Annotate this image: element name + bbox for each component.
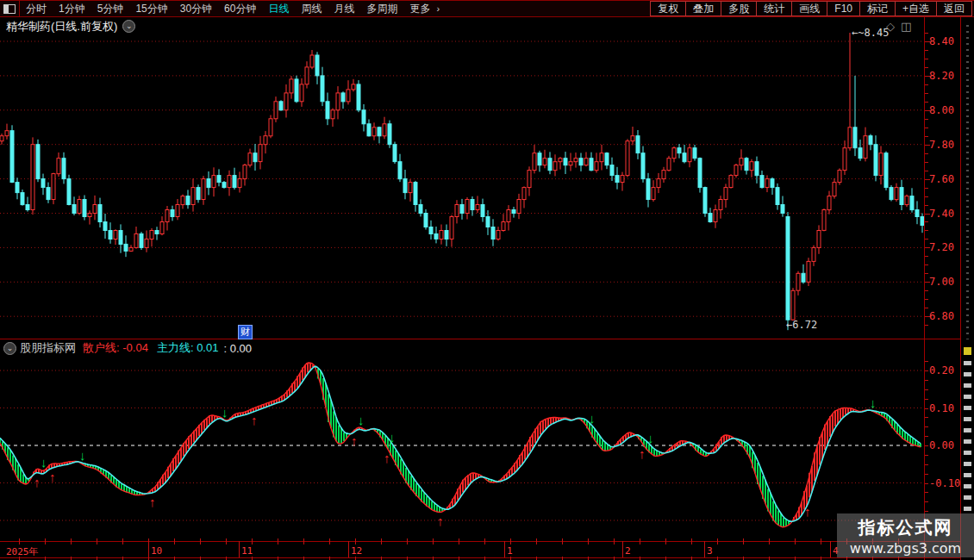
indicator-source[interactable]: 股朋指标网: [20, 340, 76, 356]
xaxis-minor-tick: [510, 557, 511, 560]
price-axis-tick: [925, 84, 928, 85]
svg-text:↑: ↑: [639, 446, 646, 461]
indicator-axis-tick: [925, 501, 928, 502]
indicator-chart[interactable]: ↑↑↑↑↑↑↑↑↑↓↓↓↓↓↓↓↓: [0, 339, 924, 541]
xaxis-minor-tick: [588, 538, 589, 544]
xaxis-minor-tick: [640, 557, 640, 560]
indicator-axis-tick: [925, 370, 928, 371]
price-axis-label: 8.40: [929, 35, 954, 47]
candles: [0, 33, 924, 330]
indicator-axis-tick: [925, 399, 928, 400]
split-view-iconbox[interactable]: [0, 1, 20, 16]
panel-layout-icon[interactable]: ◫: [901, 20, 917, 33]
period-tab-分时[interactable]: 分时: [20, 2, 53, 16]
period-tab-5分钟[interactable]: 5分钟: [91, 2, 130, 16]
indicator-chevron-down-icon[interactable]: ⌄: [3, 342, 16, 355]
xaxis-minor-tick: [381, 538, 382, 544]
toolbar-button-+自选[interactable]: +自选: [895, 1, 937, 16]
financial-report-marker[interactable]: 财: [238, 325, 253, 339]
top-menubar: 分时1分钟5分钟15分钟30分钟60分钟日线周线月线多周期更多 › 复权叠加多股…: [0, 0, 974, 17]
svg-text:↑: ↑: [251, 413, 258, 427]
indicator-axis-tick: [925, 361, 928, 362]
toolbar-button-画线[interactable]: 画线: [791, 1, 827, 16]
more-arrow-icon[interactable]: ›: [436, 3, 443, 14]
indicator-gridlines: [0, 370, 924, 520]
xaxis-top-line: [0, 541, 961, 542]
period-tab-多周期[interactable]: 多周期: [360, 2, 403, 16]
toolbar-button-返回[interactable]: 返回: [936, 1, 972, 16]
xaxis-minor-tick: [433, 538, 434, 544]
extra-value: : 0.00: [223, 342, 252, 355]
period-tab-60分钟[interactable]: 60分钟: [218, 2, 262, 16]
main-force-line: [0, 366, 921, 521]
retail-line-value: 散户线: -0.04: [83, 340, 148, 356]
toolbar-button-多股[interactable]: 多股: [721, 1, 757, 16]
indicator-axis-label: 0.20: [929, 364, 954, 376]
toolbar-button-F10[interactable]: F10: [827, 1, 860, 16]
period-tab-月线[interactable]: 月线: [328, 2, 360, 16]
toolbar-button-标记[interactable]: 标记: [859, 1, 896, 16]
xaxis-label-11: 11: [241, 545, 253, 557]
candlestick-chart[interactable]: [0, 17, 924, 339]
xaxis-minor-tick: [407, 557, 408, 560]
price-axis-tick: [925, 102, 928, 103]
xaxis-label-10: 10: [151, 545, 162, 557]
xaxis-minor-tick: [200, 557, 201, 560]
xaxis-minor-tick: [743, 557, 744, 560]
svg-text:↓: ↓: [41, 455, 47, 470]
price-axis-tick: [925, 273, 928, 274]
price-axis-tick: [925, 171, 928, 171]
xaxis-minor-tick: [226, 557, 227, 560]
xaxis-minor-tick: [97, 557, 97, 560]
period-tab-周线[interactable]: 周线: [295, 2, 328, 16]
toolbar-buttons: 复权叠加多股统计画线F10标记+自选返回: [651, 1, 972, 16]
xaxis-minor-tick: [665, 557, 666, 560]
price-axis-tick: [925, 308, 928, 308]
price-axis-tick: [925, 299, 928, 300]
xaxis-minor-tick: [459, 557, 459, 560]
toolbar-button-统计[interactable]: 统计: [756, 1, 792, 16]
watermark-url: www.zbgs3.com: [837, 540, 974, 557]
titlebar: 精华制药(日线.前复权) ⌄: [0, 19, 135, 34]
period-tab-1分钟[interactable]: 1分钟: [53, 2, 91, 16]
svg-text:↓: ↓: [870, 395, 877, 410]
diamond-icon[interactable]: ◇: [886, 20, 901, 33]
price-axis-tick: [925, 67, 928, 68]
indicator-axis-label: 0.10: [929, 402, 954, 414]
toolbar-button-叠加[interactable]: 叠加: [685, 1, 721, 16]
xaxis-minor-tick: [484, 557, 485, 560]
price-gridlines: [0, 41, 924, 316]
xaxis-minor-tick: [640, 538, 640, 544]
strip-white-marks: [964, 361, 971, 516]
xaxis-minor-tick: [795, 557, 796, 560]
xaxis-minor-tick: [614, 557, 615, 560]
indicator-axis-tick: [925, 483, 928, 484]
toolbar-button-复权[interactable]: 复权: [650, 1, 686, 16]
xaxis-minor-tick: [252, 538, 253, 544]
price-axis-tick: [925, 221, 928, 222]
period-tab-日线[interactable]: 日线: [262, 2, 295, 16]
indicator-axis-label: -0.10: [929, 477, 960, 489]
price-axis-label: 8.00: [929, 104, 954, 116]
period-tab-30分钟[interactable]: 30分钟: [174, 2, 218, 16]
svg-text:↓: ↓: [589, 411, 596, 426]
indicator-axis-tick: [925, 511, 928, 512]
strip-yellow-marker: [964, 347, 971, 355]
right-side-strip[interactable]: [962, 18, 974, 560]
xaxis-minor-tick: [821, 557, 821, 560]
xaxis-minor-tick: [329, 557, 330, 560]
xaxis-minor-tick: [252, 557, 253, 560]
xaxis-minor-tick: [71, 557, 72, 560]
indicator-axis-tick: [925, 464, 928, 465]
indicator-axis-tick: [925, 408, 928, 409]
xaxis-minor-tick: [355, 538, 356, 544]
price-axis-tick: [925, 188, 928, 189]
title-chevron-down-icon[interactable]: ⌄: [122, 20, 135, 33]
low-value: 6.72: [792, 319, 817, 331]
period-tab-15分钟[interactable]: 15分钟: [129, 2, 173, 16]
price-axis-label: 7.00: [929, 276, 954, 288]
indicator-axis-tick: [925, 436, 928, 437]
period-tab-更多[interactable]: 更多: [403, 2, 436, 16]
band-hatch: [0, 363, 921, 527]
indicator-header: ⌄ 股朋指标网 散户线: -0.04 主力线: 0.01 : 0.00: [3, 340, 252, 356]
